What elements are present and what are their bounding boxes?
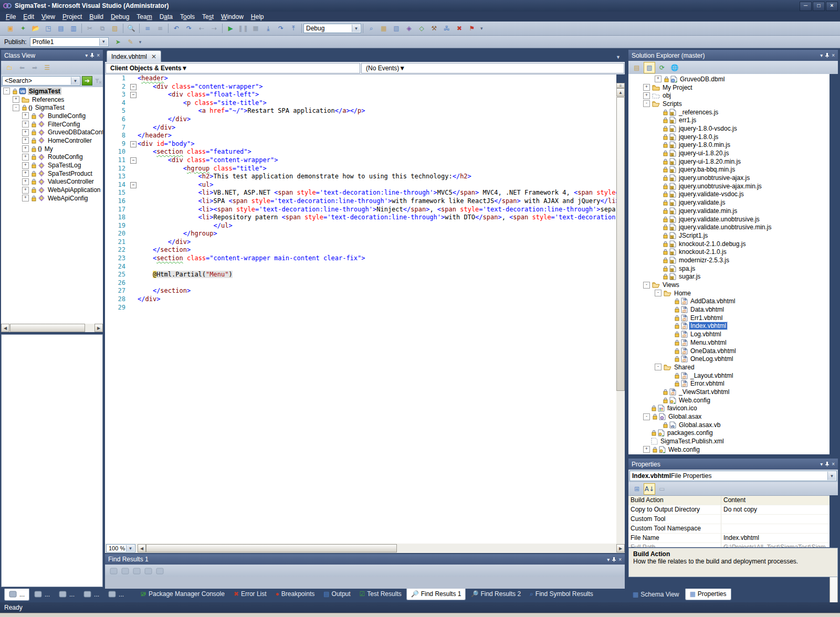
open-file-icon[interactable]: 📂 <box>30 23 41 34</box>
publish-web-icon[interactable]: ➤ <box>112 36 124 48</box>
tree-item-index-vbhtml[interactable]: @VBIndex.vbhtml <box>628 322 830 331</box>
tree-item-sigmatest[interactable]: -{}SigmaTest <box>1 103 103 112</box>
code-line-14[interactable]: 14− <ul> <box>105 181 616 189</box>
tree-item-jquery-unobtrusive-ajax-js[interactable]: Sjquery.unobtrusive-ajax.js <box>628 174 830 182</box>
expand-icon[interactable]: + <box>22 170 29 177</box>
collapse-icon[interactable]: - <box>655 290 662 296</box>
chevron-down-icon[interactable]: ▼ <box>352 25 360 32</box>
stop-icon[interactable]: ■ <box>250 23 261 34</box>
class-designer-icon[interactable]: ◇ <box>416 23 427 34</box>
expand-icon[interactable]: + <box>22 154 29 161</box>
step-into-icon[interactable]: ⤓ <box>262 23 274 34</box>
tree-item-jquery-1-8-0-min-js[interactable]: Sjquery-1.8.0.min.js <box>628 141 830 150</box>
tree-item-jquery-validate-vsdoc-js[interactable]: Sjquery.validate-vsdoc.js <box>628 190 830 199</box>
menu-edit[interactable]: Edit <box>19 12 38 22</box>
tree-item-webapiapplication[interactable]: +WebApiApplication <box>1 186 103 194</box>
collapse-icon[interactable]: - <box>655 364 662 370</box>
collapse-icon[interactable]: - <box>643 282 650 289</box>
code-line-6[interactable]: 6 </div> <box>105 115 616 124</box>
collapse-icon[interactable]: - <box>643 100 650 107</box>
settings-icon[interactable]: ☰ <box>41 62 53 73</box>
redo-icon[interactable]: ↷ <box>183 23 195 34</box>
tab-error-list[interactable]: ✖Error List <box>229 589 271 600</box>
code-line-18[interactable]: 18 <li>Repository patern <span style='te… <box>105 214 616 222</box>
next-result-icon[interactable] <box>133 567 141 575</box>
tree-item--references-js[interactable]: S_references.js <box>628 108 830 116</box>
tree-item-spa-js[interactable]: Sspa.js <box>628 264 830 273</box>
debug-configuration-combo[interactable]: Debug▼ <box>303 24 361 33</box>
tree-item-err1-vbhtml[interactable]: @VBErr1.vbhtml <box>628 314 830 322</box>
code-line-8[interactable]: 8</header> <box>105 132 616 140</box>
publish-profile-combo[interactable]: Profile1 ▼ <box>30 37 109 47</box>
tree-item-valuescontroller[interactable]: +ValuesController <box>1 178 103 186</box>
types-dropdown[interactable]: Client Objects & Events ▼ <box>106 63 360 73</box>
property-row-custom-tool[interactable]: Custom Tool <box>628 515 830 524</box>
expand-icon[interactable]: + <box>22 178 29 185</box>
tree-item-global-asax-vb[interactable]: vbGlobal.asax.vb <box>628 421 830 429</box>
property-value[interactable]: Do not copy <box>721 505 830 514</box>
menu-build[interactable]: Build <box>86 12 107 22</box>
tool-window-tab-3[interactable]: ... <box>55 589 79 600</box>
menu-view[interactable]: View <box>38 12 59 22</box>
tree-item-jquery-ba-bbq-min-js[interactable]: Sjquery.ba-bbq.min.js <box>628 166 830 174</box>
chevron-down-icon[interactable]: ▼ <box>126 545 134 551</box>
code-line-29[interactable]: 29 <box>105 304 616 312</box>
menu-data[interactable]: Data <box>156 12 176 22</box>
tree-item-error-vbhtml[interactable]: @VBError.vbhtml <box>628 379 830 388</box>
step-over-icon[interactable]: ↷ <box>275 23 287 34</box>
properties-object-combo[interactable]: Index.vbhtml File Properties ▼ <box>629 471 837 481</box>
window-position-icon[interactable]: ▾ <box>820 52 823 58</box>
previous-result-icon[interactable] <box>121 567 130 575</box>
code-line-9[interactable]: 9−<div id="body"> <box>105 140 616 148</box>
code-line-10[interactable]: 10 <section class="featured"> <box>105 148 616 156</box>
toolbar-overflow-icon[interactable]: ▾ <box>480 26 483 31</box>
solution-explorer-icon[interactable]: ▧ <box>391 23 402 34</box>
navigate-backward-icon[interactable]: ⇠ <box>196 23 207 34</box>
code-line-22[interactable]: 22 </section> <box>105 246 616 254</box>
code-line-4[interactable]: 4 <p class="site-title"> <box>105 99 616 108</box>
expand-icon[interactable]: + <box>655 76 662 82</box>
code-line-24[interactable]: 24 <box>105 263 616 271</box>
find-options-icon[interactable] <box>156 567 164 575</box>
property-value[interactable]: Content <box>721 496 830 505</box>
tree-item-err1-js[interactable]: Serr1.js <box>628 116 830 124</box>
menu-debug[interactable]: Debug <box>107 12 133 22</box>
undo-icon[interactable]: ↶ <box>171 23 182 34</box>
tree-item-favicon-ico[interactable]: favicon.ico <box>628 405 830 413</box>
code-line-16[interactable]: 16 <li>SPA <span style='text-decoration:… <box>105 197 616 206</box>
categorized-icon[interactable]: ⊞ <box>631 483 643 495</box>
tree-item-menu-vbhtml[interactable]: @VBMenu.vbhtml <box>628 338 830 347</box>
fold-collapse-icon[interactable]: − <box>130 156 138 165</box>
collapse-icon[interactable]: - <box>3 88 10 94</box>
tree-item-spatestlog[interactable]: +SpaTestLog <box>1 161 103 169</box>
hscroll-thumb[interactable] <box>146 544 397 552</box>
scroll-right-icon[interactable]: ▶ <box>616 544 625 552</box>
code-line-12[interactable]: 12 <hgroup class="title"> <box>105 165 616 173</box>
new-project-icon[interactable]: ▣ <box>5 23 16 34</box>
view-class-diagram-icon[interactable]: 🌐 <box>669 62 680 73</box>
members-dropdown[interactable]: (No Events) ▼ <box>361 63 624 73</box>
tab-find-symbol-results[interactable]: ⌕Find Symbol Results <box>526 589 597 600</box>
clear-search-icon[interactable] <box>94 78 102 84</box>
window-position-icon[interactable]: ▾ <box>820 461 823 467</box>
property-row-full-path[interactable]: Full PathG:\Projects\All_Test\SigmaTest\… <box>628 543 830 547</box>
menu-window[interactable]: Window <box>217 12 247 22</box>
toolbar-overflow-icon[interactable]: ▾ <box>139 39 142 45</box>
tab-list-chevron-icon[interactable]: ▼ <box>616 55 625 62</box>
tree-item-log-vbhtml[interactable]: @VBLog.vbhtml <box>628 330 830 338</box>
tree-item-packages-config[interactable]: packages.config <box>628 429 830 438</box>
tree-item-sigmatest-publish-xml[interactable]: SigmaTest.Publish.xml <box>628 437 830 445</box>
edit-profile-icon[interactable]: ✎ <box>125 36 136 48</box>
code-line-21[interactable]: 21 </div> <box>105 238 616 247</box>
tree-item-jquery-ui-1-8-20-js[interactable]: Sjquery-ui-1.8.20.js <box>628 149 830 157</box>
tree-item--layout-vbhtml[interactable]: @VB_Layout.vbhtml <box>628 371 830 380</box>
pin-icon[interactable] <box>90 52 94 58</box>
tree-item-views[interactable]: -Views <box>628 281 830 289</box>
fold-collapse-icon[interactable]: − <box>130 83 138 91</box>
code-editor[interactable]: 1<header>2− <div class="content-wrapper"… <box>105 75 616 544</box>
expand-icon[interactable]: + <box>643 84 650 91</box>
maximize-button[interactable]: □ <box>813 2 825 11</box>
expand-icon[interactable]: + <box>22 112 29 119</box>
tree-item-sugar-js[interactable]: Ssugar.js <box>628 273 830 281</box>
expand-icon[interactable]: + <box>22 121 29 127</box>
